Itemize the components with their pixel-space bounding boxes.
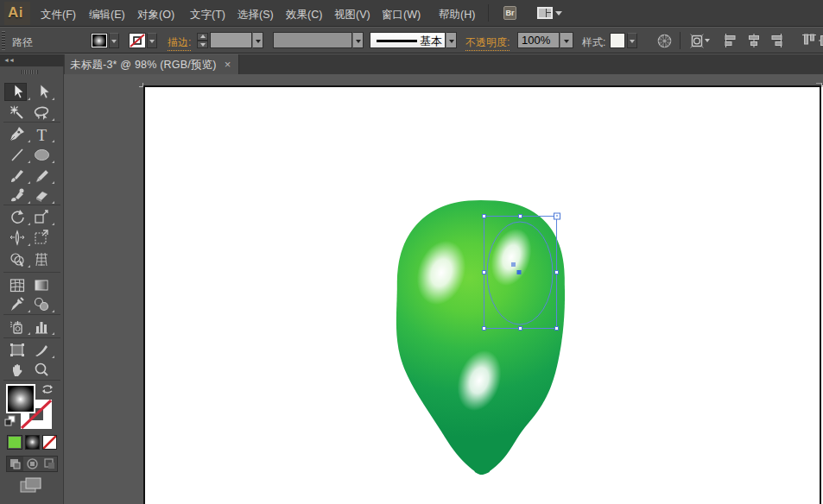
- svg-text:T: T: [37, 126, 47, 144]
